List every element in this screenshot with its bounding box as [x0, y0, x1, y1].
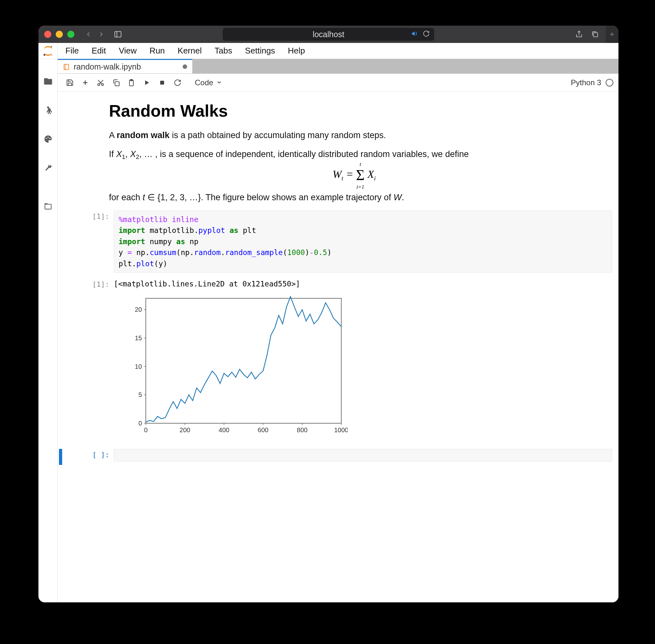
svg-rect-12	[64, 64, 69, 70]
svg-text:600: 600	[258, 427, 268, 434]
svg-text:15: 15	[135, 335, 142, 342]
svg-text:1000: 1000	[334, 427, 348, 434]
cell-type-select[interactable]: Code	[191, 77, 225, 88]
svg-text:400: 400	[219, 427, 229, 434]
svg-marker-23	[145, 80, 149, 85]
titlebar-right: +	[573, 26, 613, 43]
markdown-p1: A random walk is a path obtained by accu…	[109, 129, 599, 142]
svg-rect-20	[115, 82, 119, 86]
svg-point-5	[43, 54, 45, 56]
paste-button[interactable]	[124, 76, 138, 90]
jupyter-logo-icon[interactable]	[40, 43, 57, 59]
menu-edit[interactable]: Edit	[87, 44, 111, 58]
svg-rect-24	[160, 81, 164, 85]
svg-point-8	[45, 138, 47, 139]
code-input-empty[interactable]	[114, 449, 612, 462]
output-chart: 0200400600800100005101520	[114, 289, 612, 447]
file-tab[interactable]: random-walk.ipynb	[58, 59, 192, 73]
svg-text:800: 800	[297, 427, 307, 434]
output-text: [<matplotlib.lines.Line2D at 0x121ead550…	[114, 278, 612, 289]
svg-point-4	[51, 46, 52, 47]
main-column: File Edit View Run Kernel Tabs Settings …	[58, 43, 618, 602]
restart-button[interactable]	[171, 76, 185, 90]
input-prompt-empty: [ ]:	[64, 449, 114, 462]
notebook-icon	[63, 63, 70, 70]
menu-settings[interactable]: Settings	[240, 44, 279, 58]
svg-point-9	[47, 137, 49, 138]
svg-text:0: 0	[138, 420, 142, 427]
share-button[interactable]	[573, 29, 585, 40]
line-chart: 0200400600800100005101520	[127, 292, 348, 439]
svg-rect-3	[593, 33, 597, 37]
menu-view[interactable]: View	[114, 44, 141, 58]
markdown-formula: Wt = Σti=1 Xi	[109, 168, 599, 183]
svg-point-10	[49, 138, 50, 139]
app-body: File Edit View Run Kernel Tabs Settings …	[39, 43, 618, 602]
run-button[interactable]	[140, 76, 154, 90]
save-button[interactable]	[63, 76, 77, 90]
minimize-window-button[interactable]	[56, 31, 63, 38]
svg-point-6	[51, 54, 52, 56]
interrupt-button[interactable]	[155, 76, 169, 90]
menu-file[interactable]: File	[61, 44, 83, 58]
tabs-overview-button[interactable]	[590, 29, 601, 40]
kernel-status-icon	[606, 79, 613, 87]
maximize-window-button[interactable]	[67, 31, 74, 38]
new-tab-button[interactable]: +	[606, 26, 618, 43]
code-cell-1[interactable]: [1]: %matplotlib inline import matplotli…	[58, 210, 618, 273]
svg-point-7	[47, 106, 49, 108]
sidebar-toggle-button[interactable]	[112, 29, 124, 40]
insert-cell-button[interactable]	[78, 76, 92, 90]
output-prompt: [1]:	[64, 278, 114, 447]
traffic-lights	[44, 31, 74, 38]
svg-text:5: 5	[138, 392, 142, 398]
notebook-area[interactable]: Random Walks A random walk is a path obt…	[58, 92, 618, 602]
svg-rect-11	[45, 204, 51, 209]
file-tab-label: random-walk.ipynb	[74, 62, 141, 71]
back-button[interactable]	[82, 29, 95, 40]
svg-point-17	[101, 84, 104, 86]
svg-text:0: 0	[144, 427, 148, 434]
code-input[interactable]: %matplotlib inline import matplotlib.pyp…	[114, 210, 612, 273]
markdown-title: Random Walks	[109, 101, 599, 120]
empty-code-cell[interactable]: [ ]:	[58, 449, 618, 465]
file-browser-icon[interactable]	[39, 72, 58, 91]
input-prompt: [1]:	[64, 210, 114, 273]
menu-kernel[interactable]: Kernel	[173, 44, 206, 58]
output-cell-1: [1]: [<matplotlib.lines.Line2D at 0x121e…	[58, 278, 618, 447]
audio-icon[interactable]	[411, 30, 418, 39]
palette-icon[interactable]	[39, 130, 58, 149]
toolbar-right: Python 3	[571, 78, 613, 87]
markdown-cell[interactable]: Random Walks A random walk is a path obt…	[58, 101, 618, 204]
running-terminals-icon[interactable]	[39, 100, 58, 120]
svg-text:20: 20	[135, 306, 142, 313]
chevron-down-icon	[216, 78, 222, 87]
copy-button[interactable]	[109, 76, 123, 90]
markdown-p2: If X1, X2, … , is a sequence of independ…	[109, 148, 599, 162]
svg-rect-0	[115, 31, 121, 37]
menu-help[interactable]: Help	[283, 44, 309, 58]
url-text: localhost	[313, 30, 344, 39]
menubar: File Edit View Run Kernel Tabs Settings …	[58, 43, 618, 59]
tabs-icon[interactable]	[39, 197, 58, 216]
active-cell-indicator	[59, 449, 62, 465]
menu-run[interactable]: Run	[145, 44, 170, 58]
markdown-p3: for each t ∈ {1, 2, 3, …}. The figure be…	[109, 191, 599, 204]
activity-bar	[39, 59, 58, 602]
tab-bar: random-walk.ipynb	[58, 59, 618, 74]
browser-window: localhost +	[39, 26, 618, 602]
svg-point-16	[98, 84, 100, 86]
nav-group	[82, 29, 108, 40]
menu-tabs[interactable]: Tabs	[210, 44, 236, 58]
cell-type-label: Code	[195, 78, 213, 87]
unsaved-indicator-icon	[183, 64, 187, 69]
settings-wrench-icon[interactable]	[39, 158, 58, 178]
notebook-toolbar: Code Python 3	[58, 74, 618, 92]
kernel-name[interactable]: Python 3	[571, 78, 601, 87]
reload-button[interactable]	[423, 30, 430, 39]
address-bar[interactable]: localhost	[223, 28, 434, 41]
forward-button[interactable]	[95, 29, 108, 40]
svg-text:10: 10	[135, 363, 142, 370]
close-window-button[interactable]	[44, 31, 51, 38]
cut-button[interactable]	[94, 76, 108, 90]
